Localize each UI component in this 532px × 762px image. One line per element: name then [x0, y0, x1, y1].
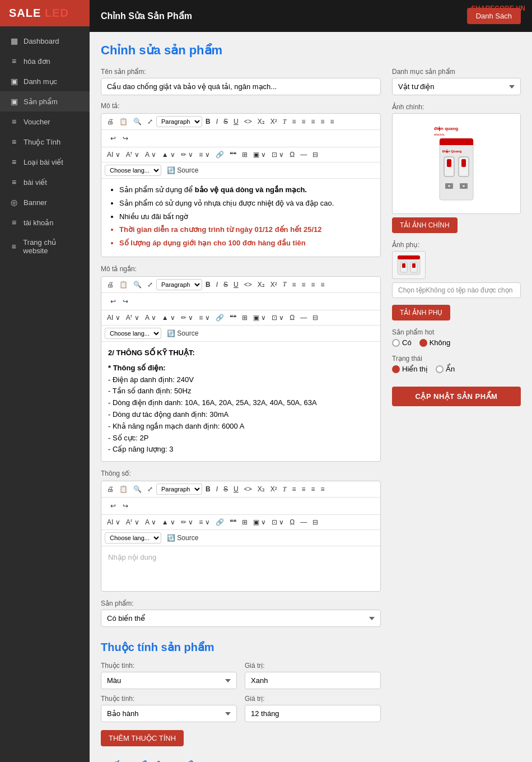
- stb-copy[interactable]: 📋: [117, 280, 130, 290]
- spb-sup[interactable]: X²: [268, 484, 279, 494]
- sidebar-item-banner[interactable]: ◎ Banner: [0, 192, 90, 212]
- tb-img[interactable]: ⊡ ∨: [269, 150, 286, 160]
- attr1-select[interactable]: Màu: [101, 672, 237, 689]
- tb-align2[interactable]: ≡ ∨: [197, 150, 212, 160]
- stb-link[interactable]: 🔗: [213, 313, 226, 323]
- upload-sub-btn[interactable]: TẢI ẢNH PHỤ: [392, 305, 450, 320]
- sidebar-item-loaibv[interactable]: ≡ Loại bài viết: [0, 152, 90, 172]
- sidebar-item-sanpham[interactable]: ▣ Sản phẩm: [0, 91, 90, 111]
- sidebar-item-voucher[interactable]: ≡ Voucher: [0, 111, 90, 132]
- spb-underline[interactable]: U: [231, 484, 241, 494]
- stb-search[interactable]: 🔍: [131, 280, 144, 290]
- stb-img[interactable]: ⊡ ∨: [269, 313, 286, 323]
- tb-list3[interactable]: ≡: [309, 117, 317, 127]
- spb-media[interactable]: ▣ ∨: [251, 517, 268, 527]
- stb-textcolor[interactable]: A ∨: [143, 313, 158, 323]
- sidebar-item-danhmuc[interactable]: ▣ Danh mục: [0, 71, 90, 91]
- spb-textcolor[interactable]: A ∨: [143, 517, 158, 527]
- tb-align[interactable]: ≡: [328, 117, 336, 127]
- stb-code[interactable]: <>: [242, 280, 254, 290]
- tb-textcolor[interactable]: A ∨: [143, 150, 158, 160]
- tb-code[interactable]: <>: [242, 117, 254, 127]
- tb-undo[interactable]: ↩: [108, 133, 118, 143]
- spb-source[interactable]: 🔃 Source: [165, 533, 200, 543]
- sidebar-item-dashboard[interactable]: ▦ Dashboard: [0, 31, 90, 51]
- stb-underline[interactable]: U: [231, 280, 241, 290]
- stb-list3[interactable]: ≡: [309, 280, 317, 290]
- hot-co-radio[interactable]: [392, 339, 400, 347]
- spb-undo[interactable]: ↩: [108, 501, 118, 511]
- status-an-radio[interactable]: [436, 365, 444, 373]
- hot-co-option[interactable]: Có: [392, 338, 412, 347]
- stb-source[interactable]: 🔃 Source: [165, 328, 200, 338]
- spb-align2[interactable]: ≡ ∨: [197, 517, 212, 527]
- stb-pen[interactable]: ✏ ∨: [179, 313, 195, 323]
- upload-main-btn[interactable]: TẢI ẢNH CHÍNH: [392, 217, 458, 233]
- sidebar-item-taikhoan[interactable]: ≡ tài khoản: [0, 212, 90, 233]
- stb-special[interactable]: Ω: [287, 313, 297, 323]
- stb-lang-select[interactable]: Choose lang...: [105, 328, 161, 339]
- spb-expand[interactable]: ⤢: [145, 484, 155, 494]
- tb-list4[interactable]: ≡: [318, 117, 326, 127]
- spb-lang-select[interactable]: Choose lang...: [105, 532, 161, 543]
- stb-expand[interactable]: ⤢: [145, 280, 155, 290]
- spb-font[interactable]: T: [281, 484, 289, 495]
- tb-font[interactable]: T: [281, 117, 289, 127]
- stb-undo[interactable]: ↩: [108, 296, 118, 306]
- stb-strikethrough[interactable]: S: [221, 280, 230, 290]
- status-hienthi-radio[interactable]: [392, 365, 400, 373]
- spb-list2[interactable]: ≡: [299, 484, 307, 494]
- stb-ai[interactable]: AI ∨: [105, 313, 123, 323]
- tb-expand[interactable]: ⤢: [145, 117, 155, 127]
- spb-fontsize[interactable]: Aᶠ ∨: [124, 517, 142, 527]
- tb-dash[interactable]: —: [298, 150, 309, 160]
- spb-sub[interactable]: X₂: [255, 484, 267, 494]
- spb-copy[interactable]: 📋: [117, 484, 130, 494]
- spb-list1[interactable]: ≡: [290, 484, 298, 494]
- spb-strikethrough[interactable]: S: [221, 484, 230, 494]
- spb-list4[interactable]: ≡: [318, 484, 326, 494]
- status-hienthi-option[interactable]: Hiển thị: [392, 365, 428, 373]
- tb-print[interactable]: 🖨: [105, 117, 116, 127]
- stb-fontsize[interactable]: Aᶠ ∨: [124, 313, 142, 323]
- tb-source[interactable]: 🔃 Source: [165, 165, 200, 175]
- attr2-value-input[interactable]: [245, 705, 381, 722]
- stb-highlight[interactable]: ▲ ∨: [160, 313, 178, 323]
- stb-embed[interactable]: ⊟: [310, 313, 320, 323]
- spb-table[interactable]: ⊞: [240, 517, 250, 527]
- spb-link[interactable]: 🔗: [213, 517, 226, 527]
- tb-bold[interactable]: B: [203, 117, 213, 127]
- stb-dash[interactable]: —: [298, 313, 309, 323]
- stb-redo[interactable]: ↪: [120, 296, 130, 306]
- tb-highlight[interactable]: ▲ ∨: [160, 150, 178, 160]
- tb-copy[interactable]: 📋: [117, 117, 130, 127]
- sidebar-item-thuoctinh[interactable]: ≡ Thuộc Tính: [0, 132, 90, 152]
- spb-search[interactable]: 🔍: [131, 484, 144, 494]
- stb-paragraph-select[interactable]: Paragraph: [156, 279, 202, 290]
- tb-paragraph-select[interactable]: Paragraph: [156, 116, 202, 127]
- tb-fontsize[interactable]: Aᶠ ∨: [124, 150, 142, 160]
- spb-print[interactable]: 🖨: [105, 484, 116, 494]
- status-an-option[interactable]: Ẩn: [436, 365, 455, 373]
- stb-table[interactable]: ⊞: [240, 313, 250, 323]
- stb-list2[interactable]: ≡: [299, 280, 307, 290]
- sidebar-item-hoadon[interactable]: ≡ hóa đơn: [0, 51, 90, 71]
- stb-media[interactable]: ▣ ∨: [251, 313, 268, 323]
- spb-list3[interactable]: ≡: [309, 484, 317, 494]
- product-name-input[interactable]: [101, 78, 381, 95]
- spb-pen[interactable]: ✏ ∨: [179, 517, 195, 527]
- tb-list1[interactable]: ≡: [290, 117, 298, 127]
- tb-sub[interactable]: X₂: [255, 117, 267, 127]
- spb-highlight[interactable]: ▲ ∨: [160, 517, 178, 527]
- tb-embed[interactable]: ⊟: [310, 150, 320, 160]
- spb-redo[interactable]: ↪: [120, 501, 130, 511]
- stb-print[interactable]: 🖨: [105, 280, 116, 290]
- spb-bold[interactable]: B: [203, 484, 213, 494]
- spb-italic[interactable]: I: [214, 484, 220, 494]
- stb-sub[interactable]: X₂: [255, 280, 267, 290]
- tb-underline[interactable]: U: [231, 117, 241, 127]
- spb-special[interactable]: Ω: [287, 517, 297, 527]
- spb-dash[interactable]: —: [298, 517, 309, 527]
- product-variant-select[interactable]: Có biến thể: [101, 610, 381, 627]
- tb-special[interactable]: Ω: [287, 150, 297, 160]
